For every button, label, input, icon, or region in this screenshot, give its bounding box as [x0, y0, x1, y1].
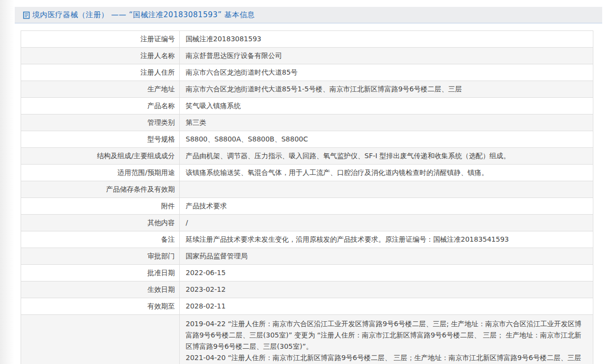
row-value: [180, 181, 593, 198]
registration-table-container: 注册证编号 国械注准20183081593 注册人名称 南京舒普思达医疗设备有限…: [21, 30, 593, 364]
row-label: 生效日期: [21, 281, 180, 298]
section-header: 境内医疗器械（注册） —— “国械注准20183081593” 基本信息: [15, 7, 602, 24]
row-label: 产品储存条件及有效期: [21, 181, 180, 198]
row-label: 注册人住所: [21, 64, 180, 81]
table-row-effective-date: 生效日期 2023-02-12: [21, 281, 593, 298]
row-label: 结构及组成/主要组成成分: [21, 148, 180, 165]
page-left-margin: [0, 0, 15, 364]
table-row-other-content: 其他内容 /: [21, 215, 593, 231]
table-row-production-address: 生产地址 南京市六合区龙池街道时代大道85号1-5号楼、南京市江北新区博富路9号…: [21, 81, 593, 98]
row-label: 批准日期: [21, 265, 180, 281]
row-label: 备注: [21, 231, 180, 248]
row-label: 注册人名称: [21, 48, 180, 64]
row-label: 审批部门: [21, 248, 180, 265]
page-title: 境内医疗器械（注册） —— “国械注准20183081593” 基本信息: [32, 10, 255, 20]
row-label: 其他内容: [21, 215, 180, 231]
row-value: S8800、S8800A、S8800B、S8800C: [180, 131, 593, 148]
table-row-approval-department: 审批部门 国家药品监督管理局: [21, 248, 593, 265]
table-row-management-class: 管理类别 第三类: [21, 114, 593, 131]
table-row-registrant-name: 注册人名称 南京舒普思达医疗设备有限公司: [21, 48, 593, 64]
row-label: 生产地址: [21, 81, 180, 98]
row-value: 产品由机架、调节器、压力指示、吸入回路、氧气监护仪、SF-Ⅰ 型排出废气传递和收…: [180, 148, 593, 165]
table-row-attachment: 附件 产品技术要求: [21, 198, 593, 215]
table-row-intended-use: 适用范围/预期用途 该镇痛系统输送笑、氧混合气体，用于人工流产、口腔治疗及消化道…: [21, 165, 593, 181]
row-value: 2022-06-15: [180, 265, 593, 281]
table-row-composition: 结构及组成/主要组成成分 产品由机架、调节器、压力指示、吸入回路、氧气监护仪、S…: [21, 148, 593, 165]
row-value: /: [180, 215, 593, 231]
row-label: 附件: [21, 198, 180, 215]
row-value: 2019-04-22 “注册人住所：南京市六合区沿江工业开发区博富路9号6号楼二…: [180, 315, 593, 364]
row-label: 型号规格: [21, 131, 180, 148]
table-row-registrant-address: 注册人住所 南京市六合区龙池街道时代大道85号: [21, 64, 593, 81]
row-value: 2028-02-11: [180, 298, 593, 315]
registration-info-table: 注册证编号 国械注准20183081593 注册人名称 南京舒普思达医疗设备有限…: [21, 30, 593, 364]
table-row-reg-number: 注册证编号 国械注准20183081593: [21, 31, 593, 48]
row-value: 2023-02-12: [180, 281, 593, 298]
row-label: 适用范围/预期用途: [21, 165, 180, 181]
row-label: 有效期至: [21, 298, 180, 315]
table-row-change-history: 2019-04-22 “注册人住所：南京市六合区沿江工业开发区博富路9号6号楼二…: [21, 315, 593, 364]
table-row-product-name: 产品名称 笑气吸入镇痛系统: [21, 98, 593, 114]
table-row-expiry-date: 有效期至 2028-02-11: [21, 298, 593, 315]
table-row-storage-conditions: 产品储存条件及有效期: [21, 181, 593, 198]
row-value: 产品技术要求: [180, 198, 593, 215]
row-value: 南京舒普思达医疗设备有限公司: [180, 48, 593, 64]
row-value: 南京市六合区龙池街道时代大道85号1-5号楼、南京市江北新区博富路9号6号楼二层…: [180, 81, 593, 98]
row-label: 产品名称: [21, 98, 180, 114]
row-value: 笑气吸入镇痛系统: [180, 98, 593, 114]
row-value: 国械注准20183081593: [180, 31, 593, 48]
table-row-approval-date: 批准日期 2022-06-15: [21, 265, 593, 281]
document-icon: [23, 11, 30, 19]
registration-detail-page: 境内医疗器械（注册） —— “国械注准20183081593” 基本信息 注册证…: [15, 0, 602, 364]
table-row-remarks: 备注 延续注册产品技术要求未发生变化，沿用原核发的产品技术要求。原注册证编号：国…: [21, 231, 593, 248]
row-value: 南京市六合区龙池街道时代大道85号: [180, 64, 593, 81]
table-row-model-spec: 型号规格 S8800、S8800A、S8800B、S8800C: [21, 131, 593, 148]
row-value: 国家药品监督管理局: [180, 248, 593, 265]
row-label: [21, 315, 180, 364]
row-value: 延续注册产品技术要求未发生变化，沿用原核发的产品技术要求。原注册证编号：国械注准…: [180, 231, 593, 248]
row-value: 第三类: [180, 114, 593, 131]
row-label: 注册证编号: [21, 31, 180, 48]
row-label: 管理类别: [21, 114, 180, 131]
row-value: 该镇痛系统输送笑、氧混合气体，用于人工流产、口腔治疗及消化道内镜检查时的清醒镇静…: [180, 165, 593, 181]
